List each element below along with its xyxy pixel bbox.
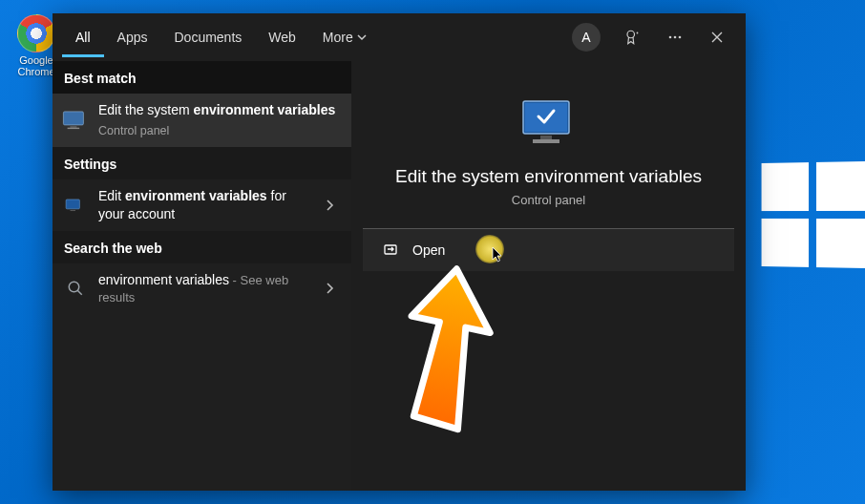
chevron-down-icon	[357, 30, 367, 45]
preview-monitor-icon	[517, 97, 580, 149]
open-icon	[384, 242, 399, 258]
svg-rect-13	[540, 136, 552, 139]
result-subtitle: Control panel	[98, 123, 342, 139]
svg-point-0	[627, 31, 635, 38]
options-icon[interactable]	[665, 28, 685, 47]
preview-subtitle: Control panel	[512, 193, 585, 207]
result-settings-account[interactable]: Edit environment variables for your acco…	[53, 179, 351, 231]
windows-logo	[762, 161, 865, 268]
result-title-pre: Edit the system	[98, 102, 194, 117]
results-column: Best match Edit the system environment v…	[53, 61, 351, 491]
svg-point-3	[674, 36, 677, 39]
result-web-term: environment variables	[98, 272, 229, 287]
rewards-icon[interactable]	[623, 28, 643, 47]
section-best-match: Best match	[53, 61, 351, 94]
tab-apps[interactable]: Apps	[104, 18, 161, 57]
section-search-web: Search the web	[53, 231, 351, 263]
tab-all[interactable]: All	[62, 18, 104, 57]
svg-rect-7	[68, 128, 80, 129]
search-icon	[62, 275, 89, 302]
chevron-right-icon	[321, 280, 338, 297]
svg-rect-9	[71, 210, 76, 211]
annotation-arrow	[382, 262, 516, 443]
svg-point-1	[637, 32, 639, 34]
svg-rect-14	[533, 139, 559, 143]
header-right: A	[572, 23, 736, 52]
preview-title: Edit the system environment variables	[395, 166, 702, 187]
action-open[interactable]: Open	[363, 229, 734, 271]
search-tabs: All Apps Documents Web More A	[53, 13, 746, 61]
svg-rect-6	[70, 126, 76, 127]
tab-more-label: More	[323, 30, 353, 45]
action-open-label: Open	[412, 242, 445, 258]
tab-more[interactable]: More	[309, 18, 380, 57]
result-title-bold: environment variables	[125, 188, 267, 203]
result-title-pre: Edit	[98, 188, 125, 203]
tab-documents[interactable]: Documents	[160, 18, 255, 57]
search-body: Best match Edit the system environment v…	[53, 61, 746, 491]
user-avatar[interactable]: A	[572, 23, 601, 52]
svg-rect-5	[63, 112, 83, 125]
svg-point-2	[669, 36, 672, 39]
svg-point-4	[679, 36, 682, 39]
preview-pane: Edit the system environment variables Co…	[351, 61, 746, 491]
result-title-bold: environment variables	[194, 102, 336, 117]
svg-point-10	[69, 283, 79, 293]
close-icon[interactable]	[707, 28, 727, 47]
section-settings: Settings	[53, 147, 351, 179]
chrome-icon	[17, 14, 55, 52]
search-panel: All Apps Documents Web More A	[53, 13, 746, 491]
tab-web[interactable]: Web	[255, 18, 309, 57]
svg-rect-12	[525, 103, 567, 132]
monitor-icon	[62, 107, 89, 134]
chevron-right-icon	[321, 197, 338, 214]
svg-rect-8	[66, 200, 79, 209]
result-web[interactable]: environment variables - See web results	[53, 263, 351, 315]
settings-result-icon	[62, 192, 89, 219]
result-text: Edit the system environment variables Co…	[98, 101, 342, 139]
result-text: Edit environment variables for your acco…	[98, 187, 311, 223]
result-best-match[interactable]: Edit the system environment variables Co…	[53, 94, 351, 147]
result-text: environment variables - See web results	[98, 271, 311, 307]
